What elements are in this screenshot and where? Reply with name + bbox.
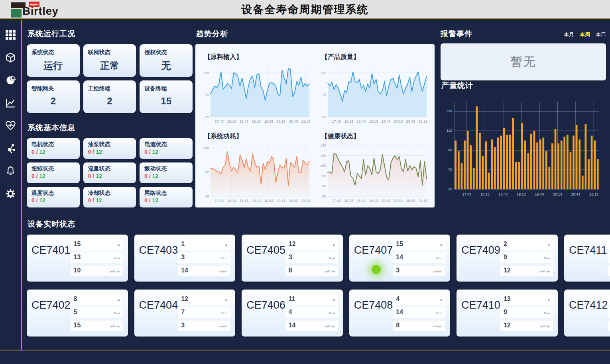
device-card-ce7401[interactable]: CE740115A13N·m10m³/min [27,235,128,282]
svg-text:19:13: 19:13 [252,199,261,203]
device-metric-row: 8m³/min [393,321,445,331]
info-card: 油泵状态0 / 12 [83,138,136,159]
section-title-devices: 设备实时状态 [28,219,609,229]
metric-unit: m³/min [433,325,442,328]
info-count-separator: / [148,149,152,155]
svg-text:18:43: 18:43 [239,199,248,203]
svg-text:140: 140 [320,143,326,147]
device-card-ce7412[interactable]: CE74126A15N·m10m³/min [564,290,610,337]
device-card-ce7408[interactable]: CE74084A14N·m8m³/min [349,290,451,337]
metric-value: 7 [181,309,185,316]
device-name: CE7402 [31,299,71,333]
svg-text:120: 120 [320,154,326,158]
status-card-value: 2 [88,96,132,107]
svg-text:140: 140 [203,146,209,150]
info-count-separator: / [35,173,39,179]
trend-chart-quality: 【产品质量】17:4318:1318:4319:1319:4320:1320:4… [315,47,432,127]
status-card: 设备终端15 [140,80,193,113]
svg-text:70: 70 [448,168,452,172]
alarm-tab-0[interactable]: 本月 [564,31,574,38]
metric-value: 3 [181,322,185,329]
metric-value: 9 [504,309,507,316]
device-name: CE7406 [246,299,285,333]
system-info-cards: 电机状态0 / 12油泵状态0 / 12电流状态0 / 12扭矩状态0 / 12… [27,138,193,207]
status-card: 授权状态无 [140,44,193,77]
status-card-label: 联网状态 [88,49,132,56]
metric-value: 3 [289,254,292,261]
production-chart-plot: 17:4318:1318:4319:1319:4320:1320:4321:13… [441,96,602,198]
info-count-total: 12 [39,149,45,155]
device-card-ce7402[interactable]: CE74028A5N·m15m³/min [27,290,128,337]
metric-value: 12 [289,241,296,248]
trend-chart-power: 【系统功耗】17:4318:1318:4319:1319:4320:1320:4… [198,127,315,206]
info-card: 振动状态0 / 12 [140,162,193,183]
svg-text:17:43: 17:43 [462,192,472,196]
svg-text:20:43: 20:43 [289,119,298,123]
device-name: CE7405 [246,244,285,278]
metric-value: 14 [396,254,403,261]
metric-unit: m³/min [218,270,227,273]
sidebar-item-equipment[interactable] [5,52,17,64]
device-metric-row: 15A [71,239,123,250]
svg-text:19:43: 19:43 [264,199,273,203]
sidebar-item-settings[interactable] [5,188,17,200]
device-card-ce7406[interactable]: CE740611A4N·m14m³/min [242,290,343,337]
device-metric-row: 11A [285,294,338,305]
metric-value: 14 [396,309,403,316]
device-card-ce7404[interactable]: CE740412A7N·m3m³/min [134,290,236,337]
device-card-ce7407[interactable]: CE740715A14N·m3m³/min [349,235,451,282]
alarm-tab-1[interactable]: 本周 [580,31,590,38]
sidebar-item-dashboard[interactable] [5,29,17,41]
device-metric-row: 1A [178,239,230,250]
metric-unit: A [548,243,550,247]
metric-unit: m³/min [433,270,442,273]
sidebar-item-health[interactable] [5,120,17,132]
sidebar-item-statistics[interactable] [5,75,17,87]
device-metric-row: 7N·m [178,307,230,318]
device-card-ce7411[interactable]: CE741110A15N·m11m³/min [564,235,610,282]
device-metric-row: 12m³/min [500,266,553,276]
sidebar-item-alarms[interactable] [5,166,17,178]
metric-unit: A [440,243,442,247]
metric-unit: N·m [329,311,335,315]
metric-unit: N·m [436,311,442,315]
footer-bar [0,350,610,364]
svg-text:80: 80 [322,174,326,178]
metric-unit: m³/min [540,270,549,273]
alarm-tab-2[interactable]: 本日 [596,31,606,38]
trend-chart-title: 【系统功耗】 [204,132,314,141]
info-card-count: 0 / 12 [31,149,75,155]
info-card-label: 扭矩状态 [31,165,75,172]
metric-unit: A [548,298,550,302]
metric-value: 11 [289,296,295,303]
metric-unit: A [118,243,120,247]
trend-chart-plot: 17:4318:1318:4319:1319:4320:1320:4321:13… [316,62,430,125]
svg-text:50: 50 [448,187,452,191]
metric-unit: N·m [436,256,442,260]
device-metric-row: 13N·m [71,252,123,263]
device-metrics: 13A9N·m12m³/min [500,294,553,333]
metric-unit: m³/min [218,325,227,328]
svg-text:17:43: 17:43 [214,119,224,123]
device-card-ce7410[interactable]: CE741013A9N·m12m³/min [457,290,558,337]
info-count-total: 12 [152,149,159,155]
device-card-ce7403[interactable]: CE74031A3N·m14m³/min [134,235,236,282]
metric-value: 15 [74,241,81,248]
status-card: 系统状态运行 [27,44,80,77]
device-card-ce7405[interactable]: CE740512A3N·m8m³/min [242,235,343,282]
sidebar-item-trend[interactable] [5,98,17,110]
device-card-ce7409[interactable]: CE74092A9N·m12m³/min [457,235,558,282]
device-metrics: 6A15N·m10m³/min [608,294,610,333]
metric-unit: N·m [114,311,120,315]
device-metric-row: 3m³/min [178,321,230,331]
svg-text:40: 40 [322,194,326,198]
devices-section: 设备实时状态 CE740115A13N·m10m³/minCE74031A3N·… [27,219,609,337]
info-card-count: 0 / 12 [31,173,75,179]
svg-text:21:13: 21:13 [589,192,598,196]
sidebar-item-topology[interactable] [5,143,17,155]
svg-text:18:43: 18:43 [239,119,248,123]
metric-value: 15 [396,241,403,248]
metric-unit: m³/min [325,325,335,328]
info-count-total: 12 [39,173,45,179]
svg-text:70: 70 [205,93,209,97]
